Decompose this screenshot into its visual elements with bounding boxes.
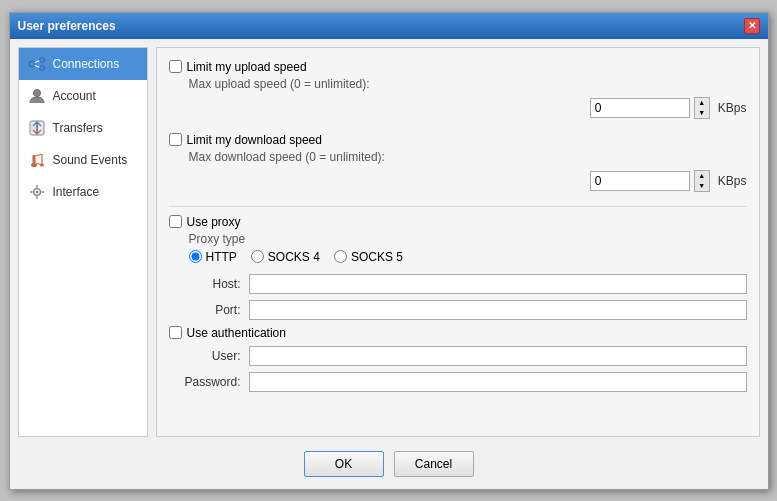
download-limit-label: Limit my download speed xyxy=(187,133,322,147)
proxy-http-label: HTTP xyxy=(206,250,237,264)
proxy-socks5-label: SOCKS 5 xyxy=(351,250,403,264)
content-panel: Limit my upload speed Max upload speed (… xyxy=(156,47,760,437)
download-speed-input[interactable]: 0 xyxy=(590,171,690,191)
svg-line-4 xyxy=(34,65,39,67)
transfers-icon xyxy=(27,118,47,138)
download-decrement-button[interactable]: ▼ xyxy=(695,181,709,191)
download-speed-row: 0 ▲ ▼ KBps xyxy=(189,170,747,192)
sidebar-item-interface[interactable]: Interface xyxy=(19,176,147,208)
window-body: Connections Account Transfers xyxy=(10,39,768,489)
download-limit-checkbox[interactable] xyxy=(169,133,182,146)
download-section: Limit my download speed Max download spe… xyxy=(169,133,747,192)
sidebar-label-connections: Connections xyxy=(53,57,120,71)
svg-point-2 xyxy=(39,65,44,70)
proxy-section: Use proxy Proxy type HTTP SOCKS 4 xyxy=(169,215,747,392)
upload-limit-checkbox[interactable] xyxy=(169,60,182,73)
sidebar-label-transfers: Transfers xyxy=(53,121,103,135)
sidebar-item-connections[interactable]: Connections xyxy=(19,48,147,80)
svg-point-5 xyxy=(33,89,40,96)
upload-section: Limit my upload speed Max upload speed (… xyxy=(169,60,747,119)
host-input[interactable] xyxy=(249,274,747,294)
upload-decrement-button[interactable]: ▼ xyxy=(695,108,709,118)
proxy-http-radio[interactable] xyxy=(189,250,202,263)
footer: OK Cancel xyxy=(18,445,760,481)
svg-point-0 xyxy=(29,61,35,67)
password-label: Password: xyxy=(169,375,249,389)
password-input[interactable] xyxy=(249,372,747,392)
connections-icon xyxy=(27,54,47,74)
proxy-socks5-option: SOCKS 5 xyxy=(334,250,403,264)
sound-events-icon xyxy=(27,150,47,170)
proxy-socks4-radio[interactable] xyxy=(251,250,264,263)
download-increment-button[interactable]: ▲ xyxy=(695,171,709,181)
auth-checkbox-row: Use authentication xyxy=(169,326,747,340)
host-label: Host: xyxy=(169,277,249,291)
use-proxy-checkbox[interactable] xyxy=(169,215,182,228)
upload-spinner: ▲ ▼ xyxy=(694,97,710,119)
use-proxy-row: Use proxy xyxy=(169,215,747,229)
download-speed-input-group: 0 ▲ ▼ KBps xyxy=(590,170,747,192)
download-unit-label: KBps xyxy=(718,174,747,188)
proxy-http-option: HTTP xyxy=(189,250,237,264)
proxy-socks5-radio[interactable] xyxy=(334,250,347,263)
host-field-row: Host: xyxy=(169,274,747,294)
divider xyxy=(169,206,747,207)
cancel-button[interactable]: Cancel xyxy=(394,451,474,477)
svg-line-10 xyxy=(36,154,42,156)
sidebar: Connections Account Transfers xyxy=(18,47,148,437)
sidebar-label-sound-events: Sound Events xyxy=(53,153,128,167)
download-sub-label: Max download speed (0 = unlimited): xyxy=(189,150,747,164)
svg-point-1 xyxy=(39,57,44,62)
use-auth-label: Use authentication xyxy=(187,326,286,340)
password-field-row: Password: xyxy=(169,372,747,392)
user-preferences-window: User preferences ✕ Connections Account xyxy=(9,12,769,490)
sidebar-item-account[interactable]: Account xyxy=(19,80,147,112)
upload-speed-input[interactable]: 0 xyxy=(590,98,690,118)
svg-point-15 xyxy=(35,190,38,193)
proxy-type-label: Proxy type xyxy=(189,232,747,246)
use-auth-checkbox[interactable] xyxy=(169,326,182,339)
title-bar: User preferences ✕ xyxy=(10,13,768,39)
ok-button[interactable]: OK xyxy=(304,451,384,477)
close-button[interactable]: ✕ xyxy=(744,18,760,34)
use-proxy-label: Use proxy xyxy=(187,215,241,229)
download-limit-row: Limit my download speed xyxy=(169,133,747,147)
port-input[interactable] xyxy=(249,300,747,320)
user-field-row: User: xyxy=(169,346,747,366)
port-field-row: Port: xyxy=(169,300,747,320)
user-label: User: xyxy=(169,349,249,363)
main-content: Connections Account Transfers xyxy=(18,47,760,437)
upload-limit-label: Limit my upload speed xyxy=(187,60,307,74)
svg-line-3 xyxy=(34,60,39,62)
upload-limit-row: Limit my upload speed xyxy=(169,60,747,74)
svg-point-13 xyxy=(40,163,44,166)
upload-speed-row: 0 ▲ ▼ KBps xyxy=(189,97,747,119)
svg-rect-9 xyxy=(32,155,35,165)
download-spinner: ▲ ▼ xyxy=(694,170,710,192)
proxy-socks4-option: SOCKS 4 xyxy=(251,250,320,264)
upload-unit-label: KBps xyxy=(718,101,747,115)
user-input[interactable] xyxy=(249,346,747,366)
sidebar-item-transfers[interactable]: Transfers xyxy=(19,112,147,144)
upload-sub-label: Max upload speed (0 = unlimited): xyxy=(189,77,747,91)
port-label: Port: xyxy=(169,303,249,317)
interface-icon xyxy=(27,182,47,202)
upload-speed-input-group: 0 ▲ ▼ KBps xyxy=(590,97,747,119)
sidebar-label-interface: Interface xyxy=(53,185,100,199)
sidebar-label-account: Account xyxy=(53,89,96,103)
proxy-socks4-label: SOCKS 4 xyxy=(268,250,320,264)
window-title: User preferences xyxy=(18,19,116,33)
proxy-type-radio-group: HTTP SOCKS 4 SOCKS 5 xyxy=(189,250,747,264)
sidebar-item-sound-events[interactable]: Sound Events xyxy=(19,144,147,176)
upload-increment-button[interactable]: ▲ xyxy=(695,98,709,108)
account-icon xyxy=(27,86,47,106)
